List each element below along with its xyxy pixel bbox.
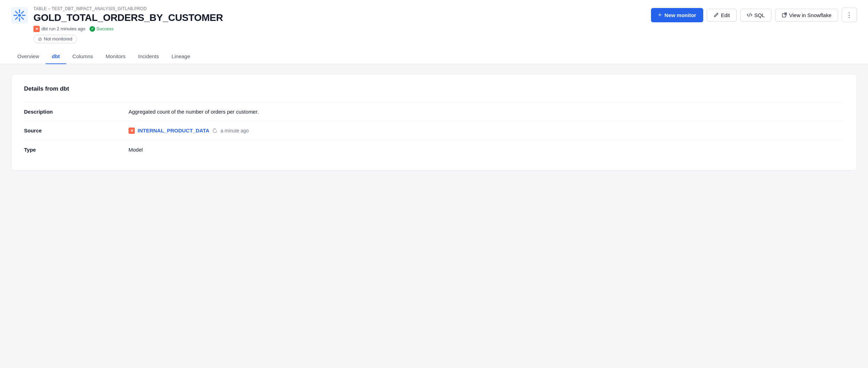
card-title: Details from dbt — [24, 85, 844, 92]
more-options-button[interactable]: ⋮ — [842, 8, 857, 22]
source-sync-time: a minute ago — [220, 128, 249, 133]
edit-label: Edit — [721, 12, 730, 18]
new-monitor-button[interactable]: + New monitor — [651, 8, 703, 22]
sql-label: SQL — [754, 12, 765, 18]
source-label: Source — [24, 128, 129, 133]
page-header: TABLE – TEST_DBT_IMPACT_ANALYSIS_GITLAB.… — [0, 0, 868, 64]
dbt-icon: ✕ — [33, 26, 40, 32]
tab-lineage[interactable]: Lineage — [165, 49, 196, 64]
source-dbt-icon: ✕ — [129, 128, 135, 134]
description-label: Description — [24, 109, 129, 115]
not-monitored-icon: ⊘ — [38, 36, 42, 42]
svg-point-1 — [18, 14, 21, 17]
meta-row: ✕ dbt run 2 minutes ago Success — [33, 26, 223, 32]
not-monitored-badge[interactable]: ⊘ Not monitored — [33, 35, 77, 43]
type-value: Model — [129, 147, 143, 153]
tab-overview[interactable]: Overview — [11, 49, 46, 64]
title-block: TABLE – TEST_DBT_IMPACT_ANALYSIS_GITLAB.… — [33, 6, 223, 43]
svg-line-14 — [784, 13, 786, 15]
dbt-run-info: ✕ dbt run 2 minutes ago — [33, 26, 85, 32]
header-left: TABLE – TEST_DBT_IMPACT_ANALYSIS_GITLAB.… — [11, 6, 223, 43]
more-options-icon: ⋮ — [846, 11, 852, 19]
svg-line-12 — [749, 13, 750, 17]
description-row: Description Aggregated count of the numb… — [24, 102, 844, 121]
tab-monitors[interactable]: Monitors — [99, 49, 132, 64]
new-monitor-plus-icon: + — [658, 12, 662, 19]
source-row: Source ✕ INTERNAL_PRODUCT_DATA a minute … — [24, 121, 844, 140]
type-label: Type — [24, 147, 129, 153]
sync-icon — [212, 128, 218, 133]
source-value: ✕ INTERNAL_PRODUCT_DATA a minute ago — [129, 128, 249, 134]
dbt-details-card: Details from dbt Description Aggregated … — [11, 74, 857, 170]
tab-incidents[interactable]: Incidents — [132, 49, 165, 64]
header-top: TABLE – TEST_DBT_IMPACT_ANALYSIS_GITLAB.… — [11, 6, 857, 47]
description-value: Aggregated count of the number of orders… — [129, 109, 259, 115]
tabs-nav: Overview dbt Columns Monitors Incidents … — [11, 49, 857, 64]
svg-text:✕: ✕ — [35, 27, 38, 31]
header-actions: + New monitor Edit SQL — [651, 6, 857, 22]
main-content: Details from dbt Description Aggregated … — [0, 64, 868, 180]
type-text: Model — [129, 147, 143, 153]
success-label: Success — [96, 26, 114, 31]
view-in-snowflake-button[interactable]: View in Snowflake — [775, 9, 838, 22]
success-circle-icon — [90, 26, 95, 32]
sql-button[interactable]: SQL — [740, 9, 772, 22]
sql-icon — [747, 12, 752, 18]
external-link-icon — [782, 12, 787, 18]
breadcrumb: TABLE – TEST_DBT_IMPACT_ANALYSIS_GITLAB.… — [33, 6, 223, 11]
page-title: GOLD_TOTAL_ORDERS_BY_CUSTOMER — [33, 12, 223, 24]
source-link[interactable]: INTERNAL_PRODUCT_DATA — [138, 128, 209, 133]
success-badge: Success — [90, 26, 114, 32]
tab-dbt[interactable]: dbt — [46, 49, 66, 64]
svg-text:✕: ✕ — [130, 129, 133, 133]
view-in-snowflake-label: View in Snowflake — [789, 12, 831, 18]
app-logo — [11, 7, 28, 24]
dbt-run-text: dbt run 2 minutes ago — [41, 26, 85, 31]
new-monitor-label: New monitor — [665, 12, 696, 18]
edit-icon — [713, 12, 719, 18]
description-text: Aggregated count of the number of orders… — [129, 109, 259, 115]
edit-button[interactable]: Edit — [707, 9, 737, 22]
not-monitored-label: Not monitored — [44, 36, 72, 41]
type-row: Type Model — [24, 140, 844, 159]
tab-columns[interactable]: Columns — [66, 49, 99, 64]
